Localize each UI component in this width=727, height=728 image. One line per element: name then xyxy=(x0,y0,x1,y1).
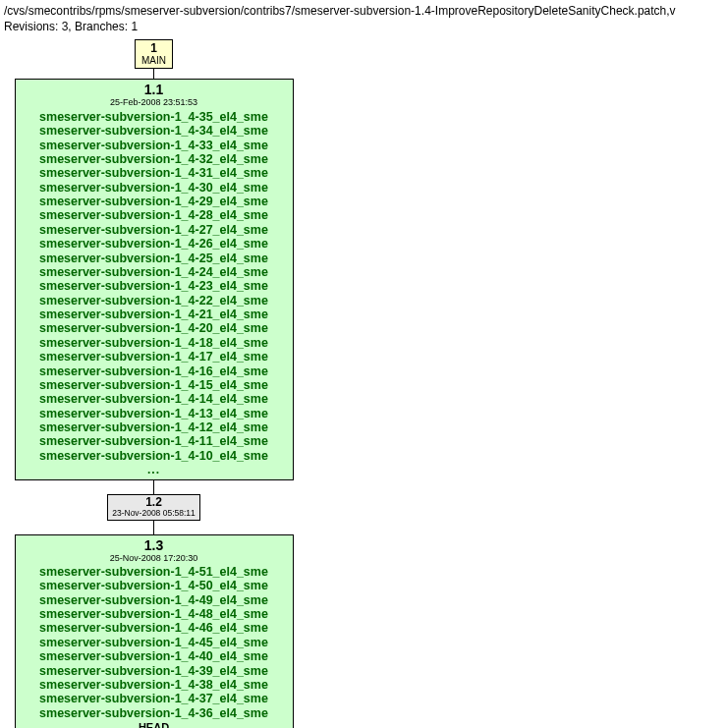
revision-1-2-node[interactable]: 1.2 23-Nov-2008 05:58:11 xyxy=(107,494,200,521)
tag: smeserver-subversion-1_4-25_el4_sme xyxy=(22,252,287,265)
ellipsis: ... xyxy=(22,464,287,477)
revision-number: 1.3 xyxy=(22,537,287,553)
tag: smeserver-subversion-1_4-39_el4_sme xyxy=(22,664,287,678)
revision-1-3-node[interactable]: 1.3 25-Nov-2008 17:20:30 smeserver-subve… xyxy=(15,534,294,728)
tag: smeserver-subversion-1_4-24_el4_sme xyxy=(22,265,287,279)
tag: smeserver-subversion-1_4-18_el4_sme xyxy=(22,336,287,350)
tag: smeserver-subversion-1_4-13_el4_sme xyxy=(22,407,287,420)
tag: smeserver-subversion-1_4-23_el4_sme xyxy=(22,279,287,293)
tag: smeserver-subversion-1_4-48_el4_sme xyxy=(22,607,287,621)
branch-label: MAIN xyxy=(141,55,166,67)
tag: smeserver-subversion-1_4-36_el4_sme xyxy=(22,706,287,720)
revision-number: 1.1 xyxy=(22,82,287,97)
tag: smeserver-subversion-1_4-17_el4_sme xyxy=(22,350,287,364)
tag: smeserver-subversion-1_4-28_el4_sme xyxy=(22,208,287,222)
tag: smeserver-subversion-1_4-31_el4_sme xyxy=(22,166,287,180)
tag: smeserver-subversion-1_4-15_el4_sme xyxy=(22,378,287,392)
tag: smeserver-subversion-1_4-21_el4_sme xyxy=(22,308,287,321)
head-label: HEAD xyxy=(22,721,287,728)
tag: smeserver-subversion-1_4-20_el4_sme xyxy=(22,321,287,335)
tag: smeserver-subversion-1_4-45_el4_sme xyxy=(22,636,287,649)
connector xyxy=(153,69,154,79)
tag: smeserver-subversion-1_4-51_el4_sme xyxy=(22,565,287,579)
tag: smeserver-subversion-1_4-29_el4_sme xyxy=(22,195,287,208)
tag: smeserver-subversion-1_4-32_el4_sme xyxy=(22,152,287,166)
tag: smeserver-subversion-1_4-35_el4_sme xyxy=(22,110,287,124)
revisions-meta: Revisions: 3, Branches: 1 xyxy=(4,20,727,33)
tag: smeserver-subversion-1_4-50_el4_sme xyxy=(22,579,287,592)
tag: smeserver-subversion-1_4-30_el4_sme xyxy=(22,181,287,195)
tag: smeserver-subversion-1_4-16_el4_sme xyxy=(22,364,287,378)
branch-main-node[interactable]: 1 MAIN xyxy=(135,39,173,69)
revision-1-1-node[interactable]: 1.1 25-Feb-2008 23:51:53 smeserver-subve… xyxy=(15,79,294,480)
tag: smeserver-subversion-1_4-22_el4_sme xyxy=(22,294,287,308)
revision-date: 25-Feb-2008 23:51:53 xyxy=(22,97,287,107)
revision-date: 25-Nov-2008 17:20:30 xyxy=(22,553,287,563)
tag: smeserver-subversion-1_4-27_el4_sme xyxy=(22,223,287,237)
tag: smeserver-subversion-1_4-14_el4_sme xyxy=(22,392,287,406)
tag: smeserver-subversion-1_4-12_el4_sme xyxy=(22,420,287,434)
tag: smeserver-subversion-1_4-49_el4_sme xyxy=(22,593,287,607)
revision-date: 23-Nov-2008 05:58:11 xyxy=(112,509,196,518)
tag: smeserver-subversion-1_4-33_el4_sme xyxy=(22,139,287,152)
tag: smeserver-subversion-1_4-11_el4_sme xyxy=(22,434,287,448)
tag: smeserver-subversion-1_4-10_el4_sme xyxy=(22,449,287,463)
tag: smeserver-subversion-1_4-38_el4_sme xyxy=(22,678,287,692)
connector xyxy=(153,521,154,534)
tag: smeserver-subversion-1_4-37_el4_sme xyxy=(22,692,287,705)
file-path: /cvs/smecontribs/rpms/smeserver-subversi… xyxy=(4,4,727,18)
tag-list: smeserver-subversion-1_4-35_el4_smesmese… xyxy=(22,110,287,463)
tag-list: smeserver-subversion-1_4-51_el4_smesmese… xyxy=(22,565,287,720)
tag: smeserver-subversion-1_4-46_el4_sme xyxy=(22,621,287,635)
revision-graph: 1 MAIN 1.1 25-Feb-2008 23:51:53 smeserve… xyxy=(4,39,304,728)
branch-number: 1 xyxy=(141,41,166,55)
tag: smeserver-subversion-1_4-40_el4_sme xyxy=(22,649,287,663)
connector xyxy=(153,480,154,494)
tag: smeserver-subversion-1_4-26_el4_sme xyxy=(22,237,287,251)
tag: smeserver-subversion-1_4-34_el4_sme xyxy=(22,124,287,138)
